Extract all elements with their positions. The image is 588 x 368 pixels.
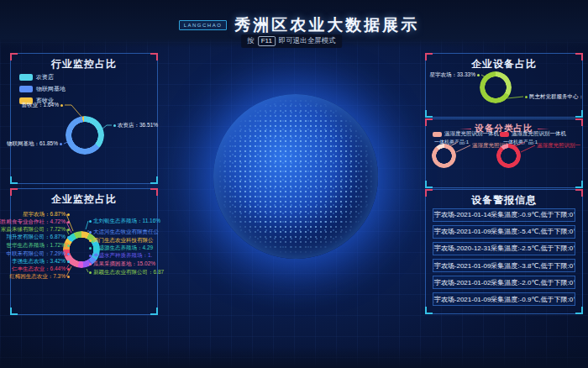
f11-key: F11 (258, 36, 276, 46)
panel-title: 企业监控占比 (11, 192, 157, 207)
corner-accent (575, 307, 583, 314)
category-legend-right: 温湿度光照识别一体机 (500, 130, 566, 138)
globe-dot-texture (218, 98, 374, 255)
panel-enterprise-monitor: 企业监控占比 星宇农场：6.87% 彩胜粮食专业合作社：4.72% 家焱禾缘有限… (10, 188, 158, 315)
brand-logo: LANGCHAO (179, 20, 228, 30)
legend-item: 物联网基地 (19, 85, 66, 93)
alarm-row: 星宇农场-2020-12-31采集温度:-2.5℃,低于下限:0℃ (433, 242, 575, 255)
chart-label: 红梅园生态农业：7.3% (9, 273, 70, 280)
chart-label: 翔升发有限公司：6.87% (7, 234, 70, 240)
legend-swatch (500, 132, 509, 137)
chart-label: 李强生态农场：3.42% (12, 258, 70, 265)
fullscreen-hint: 按 F11 即可退出全屏模式 (241, 34, 342, 48)
category-donut-right (496, 144, 521, 168)
globe-visualization (213, 94, 378, 259)
corner-accent (10, 176, 18, 184)
legend-swatch (433, 132, 442, 137)
panel-title: 行业监控占比 (11, 57, 157, 71)
corner-accent (150, 176, 158, 184)
industry-donut-chart (66, 116, 104, 155)
chart-label: 大运河生态牧业有限责任公 (89, 229, 159, 235)
chart-label: 民主村党群服务中心： (525, 93, 584, 100)
alarm-row: 星宇农场-2021-01-09采集温度:-0.9℃,低于下限:0℃ (433, 292, 575, 306)
chart-label: 星宇农场：33.33% (429, 71, 480, 78)
dashboard: LANGCHAO 秀洲区农业大数据展示 按 F11 即可退出全屏模式 行业监控占… (0, 0, 588, 368)
alarm-row: 星宇农场-2021-01-09采集温度:-3.8℃,低于下限:0℃ (433, 259, 575, 272)
corner-accent (10, 308, 18, 315)
corner-accent (425, 181, 433, 188)
title-dash (538, 129, 549, 129)
chart-label: 瓜果采摘园基地：15.02% (89, 260, 155, 267)
corner-accent (575, 181, 583, 188)
panel-title: 设备警报信息 (426, 193, 582, 208)
chart-label: 中联禾有限公司：7.29% (7, 250, 70, 257)
panel-device-alarms: 设备警报信息 星宇农场-2021-01-14采集温度:-0.9℃,低于下限:0℃… (425, 189, 583, 314)
title-dash (459, 129, 471, 129)
panel-industry-monitor: 行业监控占比 农资店 物联网基地 畜牧业 畜牧业：1.64% 农资店：36.51… (10, 53, 158, 184)
chart-label: 世华生态养殖场：1.72% (7, 242, 70, 249)
header: LANGCHAO 秀洲区农业大数据展示 (5, 14, 588, 36)
category-callout-right: 温湿度光照识别一 (537, 142, 580, 150)
device-donut-chart (480, 71, 512, 103)
hint-suffix: 即可退出全屏模式 (279, 36, 336, 46)
chart-label: 陶门生态农业科技有限公 (89, 237, 154, 244)
corner-accent (425, 307, 433, 314)
chart-label: 新颖生态农业有限公司：6.87 (89, 269, 164, 276)
chart-label: 家焱禾缘有限公司：7.72% (1, 226, 70, 233)
hint-prefix: 按 (247, 36, 255, 46)
chart-label: 丰盛水产种质养殖场：1. (89, 252, 152, 259)
alarm-row: 星宇农场-2021-01-14采集温度:-0.9℃,低于下限:0℃ (433, 208, 575, 222)
chart-label: 物联网基地：61.85% (7, 140, 62, 147)
chart-label: 嘉盛源生态养殖场：4.29 (89, 244, 153, 251)
alarm-row: 星宇农场-2021-01-02采集温度:-2.0℃,低于下限:0℃ (433, 276, 575, 289)
page-title: 秀洲区农业大数据展示 (234, 14, 419, 36)
panel-device-ratio: 企业设备占比 星宇农场：33.33% 民主村党群服务中心： (425, 53, 583, 118)
chart-label: 仁丰生态农业：6.44% (12, 265, 70, 272)
corner-accent (150, 308, 158, 315)
panel-device-category: 设备分类占比 温湿度光照识别一体机 一体机类产品:1 温湿度光照识别一 温湿度光… (425, 118, 583, 188)
chart-label: 畜牧业：1.64% (22, 102, 63, 108)
category-donut-left (432, 144, 456, 168)
chart-label: 星宇农场：6.87% (23, 211, 70, 218)
chart-label: 北刘银生态养殖场：11.16% (89, 218, 160, 224)
panel-title: 企业设备占比 (426, 57, 582, 71)
category-legend-left: 温湿度光照识别一体机 (433, 130, 499, 138)
legend-swatch (19, 74, 33, 81)
corner-accent (425, 110, 433, 118)
legend-item: 农资店 (19, 73, 66, 81)
legend-swatch (19, 86, 33, 92)
alarm-list: 星宇农场-2021-01-14采集温度:-0.9℃,低于下限:0℃ 星宇农场-2… (433, 208, 575, 310)
chart-label: 农资店：36.51% (113, 122, 158, 129)
corner-accent (575, 110, 583, 118)
chart-label: 彩胜粮食专业合作社：4.72% (0, 218, 70, 225)
alarm-row: 星宇农场-2021-01-09采集温度:-5.4℃,低于下限:0℃ (433, 225, 575, 239)
bottom-vignette (0, 346, 588, 368)
